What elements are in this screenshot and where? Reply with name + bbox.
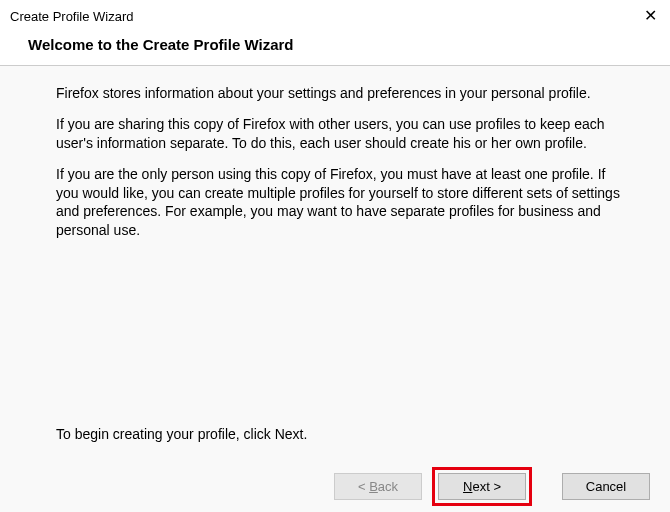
- next-button[interactable]: Next >: [438, 473, 526, 500]
- wizard-button-bar: < Back Next > Cancel: [0, 458, 670, 512]
- titlebar: Create Profile Wizard ✕: [0, 0, 670, 32]
- intro-paragraph-1: Firefox stores information about your se…: [56, 84, 630, 103]
- begin-instruction: To begin creating your profile, click Ne…: [56, 426, 630, 442]
- intro-paragraph-2: If you are sharing this copy of Firefox …: [56, 115, 630, 153]
- wizard-header: Welcome to the Create Profile Wizard: [0, 32, 670, 65]
- wizard-content: Firefox stores information about your se…: [0, 66, 670, 458]
- close-icon[interactable]: ✕: [640, 8, 660, 24]
- page-title: Welcome to the Create Profile Wizard: [28, 36, 670, 53]
- back-button: < Back: [334, 473, 422, 500]
- window-title: Create Profile Wizard: [10, 9, 134, 24]
- cancel-button[interactable]: Cancel: [562, 473, 650, 500]
- intro-paragraph-3: If you are the only person using this co…: [56, 165, 630, 241]
- next-button-highlight: Next >: [432, 467, 532, 506]
